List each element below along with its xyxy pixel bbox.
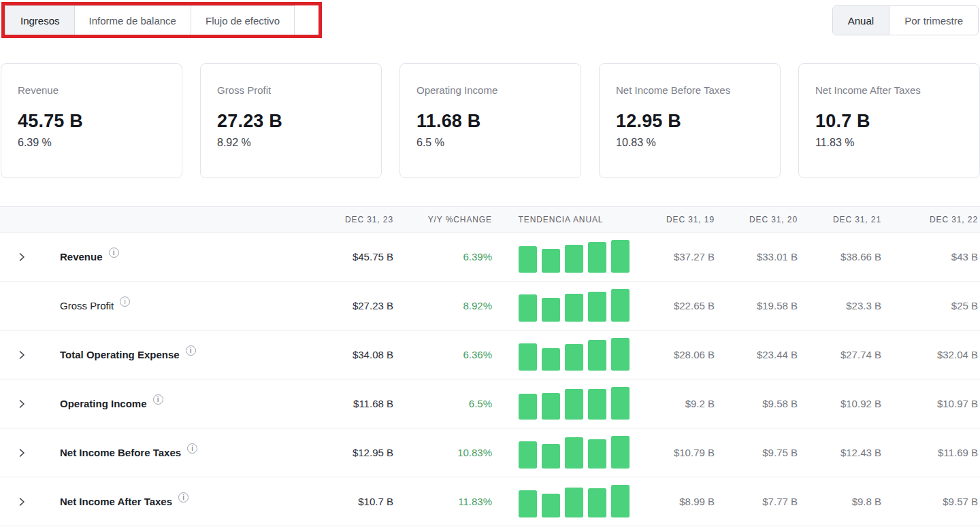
value-dec-31-21: $38.66 B	[798, 251, 881, 262]
row-label: Revenue	[60, 251, 103, 262]
trend-bar	[611, 338, 630, 371]
table-row-gross-profit: Gross Profit i $27.23 B 8.92% $22.65 B $…	[0, 282, 980, 330]
table-body: Revenue i $45.75 B 6.39% $37.27 B $33.01…	[0, 233, 980, 526]
card-percent: 11.83 %	[815, 137, 963, 149]
row-label: Operating Income	[60, 398, 147, 409]
expand-chevron-icon[interactable]	[17, 252, 27, 262]
table-row-revenue: Revenue i $45.75 B 6.39% $37.27 B $33.01…	[0, 233, 980, 282]
summary-cards: Revenue 45.75 B 6.39 % Gross Profit 27.2…	[0, 41, 980, 178]
trend-bar	[519, 490, 537, 517]
expand-chevron-icon[interactable]	[17, 350, 27, 360]
value-yoy-change: 8.92%	[393, 300, 492, 311]
value-dec-31-22: $32.04 B	[881, 349, 978, 360]
trend-bar	[611, 240, 630, 273]
trend-bar	[611, 436, 630, 469]
value-dec-31-19: $8.99 B	[630, 496, 715, 507]
value-dec-31-23: $45.75 B	[268, 251, 393, 262]
trend-bar	[588, 389, 606, 420]
period-toggle: AnualPor trimestre	[832, 5, 979, 35]
value-dec-31-19: $37.27 B	[630, 251, 715, 262]
value-dec-31-19: $22.65 B	[630, 300, 715, 311]
info-icon[interactable]: i	[120, 296, 130, 307]
value-dec-31-20: $9.75 B	[715, 447, 798, 458]
table-row-total-operating-expense: Total Operating Expense i $34.08 B 6.36%…	[0, 330, 980, 379]
trend-bar	[519, 343, 537, 371]
financials-table: DEC 31, 23Y/Y %CHANGETENDENCIA ANUALDEC …	[0, 206, 980, 526]
tab-informe-de-balance[interactable]: Informe de balance	[75, 6, 191, 35]
info-icon[interactable]: i	[186, 345, 196, 356]
table-row-net-income-after-taxes: Net Income After Taxes i $10.7 B 11.83% …	[0, 477, 980, 526]
trend-bar	[519, 246, 537, 273]
trend-bar	[565, 437, 583, 469]
trend-bar	[611, 485, 630, 517]
trend-bar	[542, 298, 560, 322]
expand-chevron-icon[interactable]	[17, 497, 27, 507]
value-dec-31-22: $25 B	[881, 300, 978, 311]
value-dec-31-21: $27.74 B	[798, 349, 881, 360]
trend-bar	[588, 340, 606, 371]
tab-flujo-de-efectivo[interactable]: Flujo de efectivo	[191, 6, 294, 35]
value-yoy-change: 10.83%	[393, 447, 492, 458]
column-header: DEC 31, 20	[715, 215, 798, 224]
value-dec-31-19: $9.2 B	[630, 398, 715, 409]
trend-minichart	[492, 379, 630, 428]
info-icon[interactable]: i	[187, 443, 197, 454]
tab-ingresos[interactable]: Ingresos	[6, 6, 75, 35]
trend-bar	[519, 294, 537, 322]
card-title: Gross Profit	[217, 84, 365, 96]
trend-bar	[542, 494, 560, 517]
value-dec-31-20: $7.77 B	[715, 496, 798, 507]
summary-card-revenue: Revenue 45.75 B 6.39 %	[1, 63, 182, 178]
value-dec-31-23: $27.23 B	[268, 300, 393, 311]
expand-chevron-icon[interactable]	[17, 399, 27, 409]
trend-bar	[588, 292, 606, 322]
trend-bar	[565, 488, 583, 517]
trend-bar	[588, 488, 606, 517]
value-dec-31-21: $9.8 B	[798, 496, 881, 507]
card-percent: 6.5 %	[416, 137, 564, 149]
column-header: Y/Y %CHANGE	[393, 215, 492, 224]
trend-minichart	[492, 428, 630, 477]
card-value: 10.7 B	[815, 111, 963, 132]
card-value: 45.75 B	[18, 111, 165, 132]
trend-minichart	[492, 282, 630, 330]
toggle-por-trimestre[interactable]: Por trimestre	[889, 6, 978, 35]
value-dec-31-21: $12.43 B	[798, 447, 881, 458]
value-dec-31-20: $9.58 B	[715, 398, 798, 409]
value-dec-31-21: $10.92 B	[798, 398, 881, 409]
card-value: 12.95 B	[616, 111, 764, 132]
summary-card-gross-profit: Gross Profit 27.23 B 8.92 %	[200, 63, 382, 178]
trend-bar	[519, 441, 537, 469]
value-dec-31-21: $23.3 B	[798, 300, 881, 311]
expand-chevron-icon[interactable]	[17, 448, 27, 458]
table-row-net-income-before-taxes: Net Income Before Taxes i $12.95 B 10.83…	[0, 428, 980, 477]
value-yoy-change: 6.5%	[393, 398, 492, 409]
info-icon[interactable]: i	[153, 394, 163, 405]
value-dec-31-23: $34.08 B	[268, 349, 393, 360]
trend-bar	[542, 393, 560, 420]
value-yoy-change: 11.83%	[393, 496, 492, 507]
toggle-anual[interactable]: Anual	[833, 6, 889, 35]
column-header: DEC 31, 22	[881, 215, 978, 224]
top-bar: IngresosInforme de balanceFlujo de efect…	[0, 0, 980, 41]
card-title: Operating Income	[416, 84, 564, 96]
card-percent: 6.39 %	[18, 137, 165, 149]
trend-bar	[588, 439, 606, 469]
value-yoy-change: 6.39%	[393, 251, 492, 262]
trend-minichart	[492, 233, 630, 281]
value-dec-31-19: $28.06 B	[630, 349, 715, 360]
info-icon[interactable]: i	[178, 492, 189, 503]
value-dec-31-23: $12.95 B	[268, 447, 393, 458]
value-dec-31-22: $43 B	[881, 251, 978, 262]
info-icon[interactable]: i	[109, 248, 119, 258]
trend-bar	[542, 348, 560, 371]
trend-bar	[565, 245, 583, 273]
trend-bar	[565, 344, 583, 371]
value-dec-31-22: $10.97 B	[881, 398, 978, 409]
row-label: Net Income Before Taxes	[60, 447, 181, 458]
trend-bar	[542, 249, 560, 273]
trend-bar	[519, 394, 537, 420]
column-header: DEC 31, 21	[798, 215, 881, 224]
card-percent: 10.83 %	[616, 137, 764, 149]
trend-bar	[611, 289, 630, 322]
